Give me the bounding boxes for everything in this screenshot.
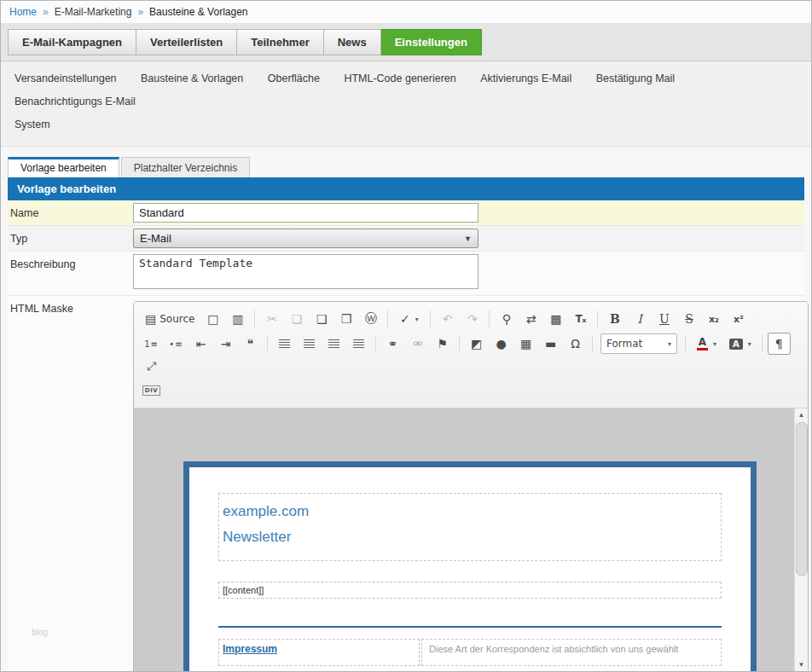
- breadcrumb-home-link[interactable]: Home: [9, 6, 37, 18]
- decrease-indent-button[interactable]: ⇤: [189, 333, 212, 355]
- breadcrumb-item-email-marketing[interactable]: E-Mail-Marketing: [55, 6, 132, 18]
- align-center-button[interactable]: [298, 333, 321, 355]
- paste-from-word-button[interactable]: Ⓦ: [359, 308, 382, 330]
- subnav-html-code-generieren[interactable]: HTML-Code generieren: [344, 67, 455, 90]
- show-blocks-button[interactable]: ¶: [768, 333, 791, 355]
- scroll-up-icon[interactable]: ▲: [795, 408, 808, 421]
- undo-icon: ↶: [443, 312, 453, 326]
- horizontal-rule-button[interactable]: ▬: [539, 333, 562, 355]
- unlink-icon: ⚮: [413, 337, 423, 350]
- tab-platzhalter-verzeichnis[interactable]: Platzhalter Verzeichnis: [121, 157, 250, 177]
- subnav-benachrichtigungs-email[interactable]: Benachrichtigungs E-Mail: [14, 90, 136, 113]
- template-brand-line1: example.com: [223, 499, 717, 524]
- align-left-button[interactable]: [273, 333, 296, 355]
- subnav-system[interactable]: System: [14, 113, 50, 136]
- new-page-icon: □: [207, 312, 218, 326]
- vertical-scrollbar-thumb[interactable]: [796, 422, 808, 576]
- subnav-bausteine-vorlagen[interactable]: Bausteine & Vorlagen: [141, 67, 243, 90]
- copy-button[interactable]: ❏: [285, 308, 308, 330]
- flash-button[interactable]: ●: [490, 333, 513, 355]
- typ-select[interactable]: E-Mail ▼: [133, 229, 478, 248]
- bold-icon: B: [610, 312, 620, 326]
- typ-label: Typ: [8, 226, 133, 251]
- bg-color-icon: A: [729, 339, 743, 350]
- html-maske-field-cell: ▤ Source □ ▥ ✂ ❏ ❑ ❒ Ⓦ: [133, 296, 809, 672]
- settings-subnav: Versandeinstellungen Bausteine & Vorlage…: [1, 61, 811, 147]
- preview-icon: ▥: [232, 312, 243, 326]
- nav-teilnehmer[interactable]: Teilnehmer: [237, 29, 323, 55]
- beschreibung-textarea[interactable]: Standard Template: [133, 254, 478, 289]
- editor-vertical-scrollbar[interactable]: ▲ ▼: [794, 408, 808, 671]
- source-button[interactable]: ▤ Source: [140, 308, 200, 330]
- italic-button[interactable]: I: [628, 308, 651, 330]
- unlink-button[interactable]: ⚮: [406, 333, 429, 355]
- subnav-aktivierungs-email[interactable]: Aktivierungs E-Mail: [480, 67, 571, 90]
- html-maske-label: HTML Maske: [8, 296, 133, 672]
- breadcrumb-separator: »: [43, 6, 49, 18]
- template-brand-line2: Newsletter: [223, 524, 717, 550]
- chevron-down-icon: ▾: [668, 340, 671, 348]
- flash-icon: ●: [496, 337, 506, 350]
- blockquote-button[interactable]: ❝: [239, 333, 262, 355]
- cut-button[interactable]: ✂: [260, 308, 283, 330]
- bulleted-list-icon: •≡: [169, 339, 183, 349]
- scroll-down-icon[interactable]: ▼: [795, 658, 808, 671]
- link-button[interactable]: ⚭: [381, 333, 404, 355]
- numbered-list-button[interactable]: 1≡: [140, 333, 163, 355]
- template-footer-note: Diese Art der Korrespondenz ist absichtl…: [421, 639, 722, 666]
- increase-indent-button[interactable]: ⇥: [214, 333, 237, 355]
- select-all-icon: ▩: [550, 312, 561, 326]
- bg-color-button[interactable]: A ▾: [724, 333, 757, 355]
- nav-verteilerlisten[interactable]: Verteilerlisten: [136, 29, 237, 55]
- underline-button[interactable]: U: [652, 308, 676, 330]
- find-button[interactable]: ⚲: [495, 308, 518, 330]
- tab-vorlage-bearbeiten[interactable]: Vorlage bearbeiten: [8, 157, 119, 177]
- paste-button[interactable]: ❑: [310, 308, 333, 330]
- image-button[interactable]: ◩: [465, 333, 488, 355]
- subscript-button[interactable]: x₂: [702, 308, 725, 330]
- editor-content-area[interactable]: example.com Newsletter [[content]] Impre…: [134, 408, 808, 671]
- new-page-button[interactable]: □: [201, 308, 224, 330]
- maximize-button[interactable]: ⤢: [140, 355, 163, 377]
- redo-button[interactable]: ↷: [461, 308, 484, 330]
- strikethrough-button[interactable]: S: [677, 308, 700, 330]
- align-right-button[interactable]: [322, 333, 345, 355]
- anchor-button[interactable]: ⚑: [431, 333, 454, 355]
- text-color-button[interactable]: A ▾: [691, 333, 722, 355]
- beschreibung-label: Beschreibung: [8, 252, 133, 295]
- undo-button[interactable]: ↶: [436, 308, 459, 330]
- superscript-button[interactable]: x²: [727, 308, 750, 330]
- subnav-versandeinstellungen[interactable]: Versandeinstellungen: [14, 67, 117, 90]
- typ-select-value: E-Mail: [140, 232, 171, 245]
- name-input[interactable]: [133, 203, 478, 223]
- subnav-oberflaeche[interactable]: Oberfläche: [268, 67, 320, 90]
- subnav-bestaetigung-mail[interactable]: Bestätigung Mail: [596, 67, 675, 90]
- breadcrumb-separator: »: [137, 6, 143, 18]
- replace-button[interactable]: ⇄: [519, 308, 542, 330]
- editor-toolbar: ▤ Source □ ▥ ✂ ❏ ❑ ❒ Ⓦ: [134, 302, 808, 408]
- special-char-button[interactable]: Ω: [564, 333, 587, 355]
- copy-icon: ❏: [292, 312, 303, 326]
- select-all-button[interactable]: ▩: [544, 308, 567, 330]
- nav-einstellungen[interactable]: Einstellungen: [381, 29, 482, 55]
- impressum-link[interactable]: Impressum: [218, 639, 420, 666]
- table-button[interactable]: ▦: [514, 333, 537, 355]
- search-icon: ⚲: [502, 312, 511, 326]
- remove-format-button[interactable]: Tₓ: [569, 308, 592, 330]
- paste-as-text-button[interactable]: ❒: [334, 308, 357, 330]
- horizontal-rule-icon: ▬: [545, 337, 556, 350]
- name-field-cell: [133, 200, 804, 225]
- bulleted-list-button[interactable]: •≡: [165, 333, 188, 355]
- bold-button[interactable]: B: [603, 308, 626, 330]
- form-row-name: Name: [8, 200, 804, 226]
- nav-news[interactable]: News: [324, 29, 381, 55]
- spellcheck-button[interactable]: ✓ ▾: [393, 308, 425, 330]
- decrease-indent-icon: ⇤: [196, 337, 206, 350]
- preview-button[interactable]: ▥: [226, 308, 249, 330]
- format-dropdown[interactable]: Format ▾: [600, 333, 677, 354]
- div-container-button[interactable]: DIV: [140, 379, 163, 402]
- format-dropdown-value: Format: [606, 338, 642, 350]
- text-color-letter: A: [699, 338, 706, 347]
- nav-email-kampagnen[interactable]: E-Mail-Kampagnen: [8, 29, 136, 55]
- align-justify-button[interactable]: [347, 333, 370, 355]
